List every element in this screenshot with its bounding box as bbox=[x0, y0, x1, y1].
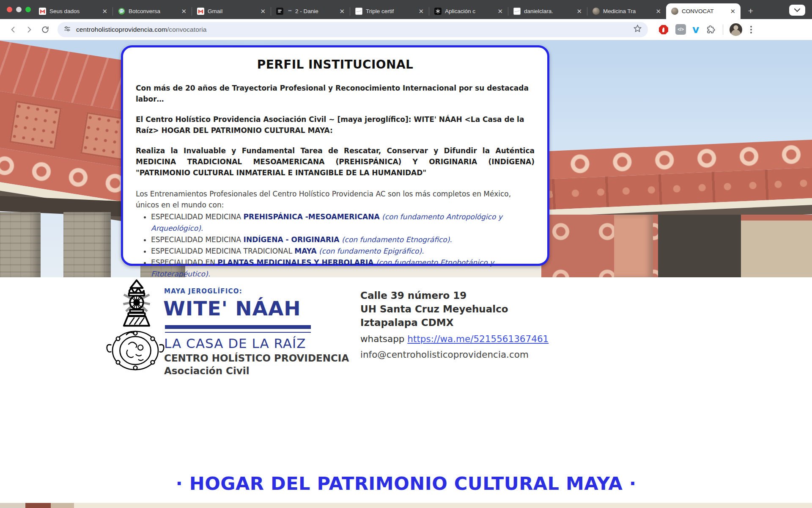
title-underline-thick bbox=[165, 325, 311, 329]
patrimonio-banner: · HOGAR DEL PATRIMONIO CULTURAL MAYA · bbox=[0, 473, 812, 494]
hero-photo: PERFIL INSTITUCIONAL Con más de 20 años … bbox=[0, 40, 812, 277]
address-line-2: UH Santa Cruz Meyehualco bbox=[360, 304, 508, 315]
tab-label: Medicina Tra bbox=[603, 8, 636, 14]
speech-bubble-icon bbox=[287, 8, 293, 14]
tab-label: Triple certif bbox=[366, 8, 394, 14]
list-item: ESPECIALIDAD EN PLANTAS MEDICINALES Y HE… bbox=[151, 257, 535, 277]
back-button[interactable] bbox=[7, 23, 19, 36]
org-name: CENTRO HOLÍSTICO PROVIDENCIA bbox=[164, 353, 349, 364]
whatsapp-label: whatsapp bbox=[360, 334, 405, 344]
specialties-list: ESPECIALIDAD MEDICINA PREHISPÁNICA -MESO… bbox=[140, 211, 535, 277]
tab-label: CONVOCAT bbox=[682, 8, 714, 14]
tab-label: Gmail bbox=[208, 8, 222, 14]
tab-close-icon[interactable]: ✕ bbox=[497, 7, 504, 15]
site-footer: MAYA JEROGLÍFICO: WITE' NÁAH LA CASA DE … bbox=[0, 277, 812, 508]
list-item: ESPECIALIDAD MEDICINA INDÍGENA - ORIGINA… bbox=[151, 234, 535, 246]
tab-gmail[interactable]: Gmail ✕ bbox=[192, 3, 271, 19]
stone-logo-favicon bbox=[671, 8, 678, 15]
casa-de-la-raiz-subtitle: LA CASA DE LA RAÍZ bbox=[164, 336, 306, 351]
url-text[interactable]: centroholisticoprovidencia.com/convocato… bbox=[76, 26, 206, 33]
page-viewport: PERFIL INSTITUCIONAL Con más de 20 años … bbox=[0, 40, 812, 508]
tab-search-chevron-button[interactable] bbox=[789, 5, 805, 16]
window-controls bbox=[7, 7, 31, 12]
tab-triple-certificacion[interactable]: Triple certif ✕ bbox=[350, 3, 429, 19]
tab-chat-daniel[interactable]: 2 - Danie ✕ bbox=[271, 3, 350, 19]
tab-close-icon[interactable]: ✕ bbox=[259, 7, 266, 15]
chrome-menu-icon[interactable] bbox=[749, 26, 754, 33]
next-section-strip bbox=[0, 503, 812, 508]
title-underline-thin bbox=[165, 332, 311, 333]
tab-label: Botconversa bbox=[129, 8, 160, 14]
close-window-button[interactable] bbox=[7, 7, 12, 12]
email-text: info@centroholisticoprovidencia.com bbox=[360, 349, 529, 360]
tab-seus-dados[interactable]: Seus dados ✕ bbox=[34, 3, 112, 19]
address-bar[interactable]: centroholisticoprovidencia.com/convocato… bbox=[58, 22, 648, 37]
tab-medicina-tradicional[interactable]: Medicina Tra ✕ bbox=[587, 3, 666, 19]
tab-label: 2 - Danie bbox=[295, 8, 318, 14]
tab-label: Seus dados bbox=[49, 8, 80, 14]
tab-close-icon[interactable]: ✕ bbox=[729, 7, 736, 15]
toolbar-separator bbox=[723, 25, 723, 35]
tab-close-icon[interactable]: ✕ bbox=[655, 7, 662, 15]
tab-danielclara[interactable]: danielclara. ✕ bbox=[508, 3, 587, 19]
tab-close-icon[interactable]: ✕ bbox=[576, 7, 583, 15]
maya-cartouche-glyph bbox=[104, 327, 167, 374]
new-tab-button[interactable]: + bbox=[744, 4, 757, 18]
bookmark-star-icon[interactable] bbox=[633, 24, 642, 35]
botconversa-favicon bbox=[118, 8, 125, 15]
address-line-3: Iztapalapa CDMX bbox=[360, 317, 453, 328]
zoom-window-button[interactable] bbox=[25, 7, 31, 12]
gmail-favicon bbox=[39, 8, 46, 15]
extensions-puzzle-icon[interactable] bbox=[705, 24, 716, 35]
extensions-row: </> v bbox=[658, 23, 754, 36]
black-app-favicon bbox=[276, 8, 283, 15]
institutional-profile-card: PERFIL INSTITUCIONAL Con más de 20 años … bbox=[121, 45, 549, 266]
tab-close-icon[interactable]: ✕ bbox=[101, 7, 108, 15]
browser-window: Seus dados ✕ Botconversa ✕ Gmail ✕ 2 bbox=[0, 0, 812, 508]
wite-naah-title: WITE' NÁAH bbox=[163, 297, 301, 320]
maya-tower-glyph bbox=[119, 279, 154, 329]
profile-avatar[interactable] bbox=[730, 23, 742, 36]
page-title: PERFIL INSTITUCIONAL bbox=[136, 58, 535, 72]
browser-toolbar: centroholisticoprovidencia.com/convocato… bbox=[0, 19, 812, 40]
tab-close-icon[interactable]: ✕ bbox=[338, 7, 346, 15]
asterisk-app-favicon bbox=[434, 8, 442, 15]
tab-close-icon[interactable]: ✕ bbox=[417, 7, 425, 15]
center-description-paragraph: El Centro Holístico Providencia Asociaci… bbox=[136, 114, 535, 136]
code-extension-icon[interactable]: </> bbox=[675, 24, 686, 35]
mission-paragraph: Realiza la Invaluable y Fundamental Tare… bbox=[136, 145, 535, 178]
tab-convocatoria-active[interactable]: CONVOCAT ✕ bbox=[666, 3, 741, 19]
stone-logo-favicon bbox=[593, 8, 600, 15]
whatsapp-row: whatsapp https://wa.me/5215561367461 bbox=[360, 334, 549, 344]
list-item: ESPECIALIDAD MEDICINA TRADICIONAL MAYA (… bbox=[151, 246, 535, 257]
address-line-1: Calle 39 número 19 bbox=[360, 290, 466, 301]
intro-paragraph: Con más de 20 años de Trayectoria Profes… bbox=[136, 83, 535, 105]
org-type: Asociación Civil bbox=[164, 365, 250, 376]
document-favicon bbox=[513, 8, 521, 15]
trainings-intro-paragraph: Los Entrenamientos Profesionales del Cen… bbox=[136, 188, 535, 210]
whatsapp-link[interactable]: https://wa.me/5215561367461 bbox=[407, 334, 549, 344]
adblock-extension-icon[interactable] bbox=[658, 24, 669, 35]
site-settings-icon[interactable] bbox=[63, 25, 71, 34]
tab-strip: Seus dados ✕ Botconversa ✕ Gmail ✕ 2 bbox=[0, 0, 812, 19]
tab-close-icon[interactable]: ✕ bbox=[180, 7, 187, 15]
reload-button[interactable] bbox=[39, 23, 52, 36]
document-favicon bbox=[355, 8, 362, 15]
maya-jeroglifico-kicker: MAYA JEROGLÍFICO: bbox=[164, 287, 242, 295]
tab-list: Seus dados ✕ Botconversa ✕ Gmail ✕ 2 bbox=[34, 3, 757, 19]
tab-label: Aplicación c bbox=[445, 8, 475, 14]
gmail-favicon bbox=[197, 8, 204, 15]
tab-aplicacion[interactable]: Aplicación c ✕ bbox=[429, 3, 508, 19]
tab-label: danielclara. bbox=[524, 8, 553, 14]
list-item: ESPECIALIDAD MEDICINA PREHISPÁNICA -MESO… bbox=[151, 211, 535, 234]
tab-botconversa[interactable]: Botconversa ✕ bbox=[113, 3, 192, 19]
minimize-window-button[interactable] bbox=[16, 7, 22, 12]
forward-button[interactable] bbox=[23, 23, 36, 36]
vimeo-extension-icon[interactable]: v bbox=[692, 24, 699, 35]
